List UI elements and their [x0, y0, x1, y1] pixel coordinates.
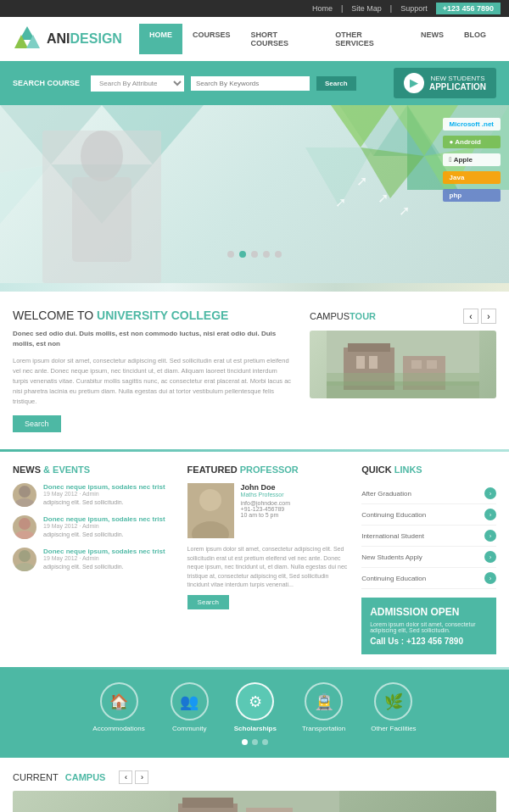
- icons-row: 🏠 Accommodations 👥 Community ⚙ Scholarsh…: [13, 682, 496, 732]
- featured-professor-column: FEATURED PROFESSOR John Doe Maths Profes…: [187, 464, 350, 654]
- svg-text:➚: ➚: [378, 191, 389, 205]
- news-title-3[interactable]: Donec neque ipsum, sodales nec trist: [43, 548, 165, 555]
- campus-tour-next[interactable]: ›: [481, 309, 496, 324]
- hero-dot-1[interactable]: [227, 251, 234, 258]
- icons-pagination-dots: [13, 739, 496, 745]
- quick-links-column: QUICK LINKS After Graduation › Continuin…: [361, 464, 496, 654]
- news-title-1[interactable]: Donec neque ipsum, sodales nec trist: [43, 483, 165, 491]
- tech-dotnet: Microsoft .net: [443, 118, 501, 131]
- quick-links-heading: QUICK LINKS: [361, 464, 496, 475]
- icons-dot-2[interactable]: [252, 739, 258, 745]
- nav-short-courses[interactable]: SHORT COURSES: [240, 24, 325, 54]
- current-campus-image: [13, 791, 496, 812]
- news-section: NEWS & EVENTS Donec neque ipsum, sodales…: [0, 452, 509, 667]
- icon-other-facilities[interactable]: 🌿 Other Facilities: [371, 682, 416, 732]
- svg-point-23: [81, 131, 123, 181]
- search-button[interactable]: Search: [316, 76, 356, 91]
- svg-point-42: [199, 489, 221, 511]
- icons-section: 🏠 Accommodations 👥 Community ⚙ Scholarsh…: [0, 670, 509, 758]
- topbar-home-link[interactable]: Home: [312, 4, 333, 13]
- professor-hours: 10 am to 5 pm: [241, 512, 290, 518]
- current-campus-info: CURRENT CAMPUS ‹›: [13, 770, 496, 812]
- icons-dot-1[interactable]: [242, 739, 248, 745]
- main-nav: HOME COURSES SHORT COURSES OTHER SERVICE…: [139, 24, 496, 54]
- logo: ANIDESIGN: [13, 25, 122, 54]
- facilities-icon: 🌿: [374, 682, 412, 720]
- topbar-sitemap-link[interactable]: Site Map: [351, 4, 382, 13]
- hero-banner: ➚ ➚ ➚ ➚ Microsoft .net ● Android  Apple…: [0, 105, 509, 283]
- nav-other-services[interactable]: OTHER SERVICES: [325, 24, 411, 54]
- quick-link-1[interactable]: After Graduation ›: [361, 483, 496, 504]
- icon-transportation[interactable]: 🚊 Transportation: [302, 682, 345, 732]
- hero-dots: [227, 251, 282, 258]
- tech-tags: Microsoft .net ● Android  Apple Java ph…: [443, 118, 501, 202]
- current-campus-heading: CURRENT CAMPUS ‹›: [13, 770, 496, 784]
- professor-phone: +91-123-456789: [241, 506, 290, 512]
- campus-tour-heading: CAMPUS TOUR ‹›: [310, 309, 496, 324]
- current-campus-section: CURRENT CAMPUS ‹›: [0, 758, 509, 812]
- new-students-label: NEW STUDENTS: [429, 75, 486, 82]
- topbar-phone: +123 456 7890: [436, 3, 501, 14]
- logo-text: ANIDESIGN: [47, 31, 122, 47]
- news-avatar-1: [13, 483, 36, 507]
- nav-courses[interactable]: COURSES: [182, 24, 241, 54]
- nav-blog[interactable]: BLOG: [454, 24, 496, 54]
- search-attribute-select[interactable]: Search By Attribute: [91, 75, 184, 92]
- admission-box: ADMISSION OPEN Lorem ipsum dolor sit ame…: [361, 598, 496, 654]
- tech-apple:  Apple: [443, 153, 501, 166]
- quick-link-4[interactable]: New Students Apply ›: [361, 547, 496, 568]
- news-item-2: Donec neque ipsum, sodales nec trist 19 …: [13, 515, 175, 539]
- hero-dot-2[interactable]: [239, 251, 246, 258]
- search-bar-section: SEARCH COURSE Search By Attribute Search…: [0, 61, 509, 105]
- top-bar: Home | Site Map | Support +123 456 7890: [0, 0, 509, 17]
- campus-image-svg: [310, 331, 496, 398]
- quick-link-5[interactable]: Continuing Education ›: [361, 568, 496, 589]
- professor-email: info@johndoe.com: [241, 500, 290, 506]
- news-meta-3: 19 May 2012 · Admin: [43, 555, 165, 561]
- welcome-search-button[interactable]: Search: [13, 415, 61, 432]
- tech-android: ● Android: [443, 136, 501, 148]
- campus-tour-image: [310, 331, 496, 398]
- app-icon: ▶: [404, 73, 424, 93]
- facilities-label: Other Facilities: [371, 725, 416, 732]
- news-desc-2: adipiscing elit. Sed sollicitudin.: [43, 531, 165, 539]
- icon-community[interactable]: 👥 Community: [171, 682, 209, 732]
- svg-point-40: [14, 563, 35, 571]
- svg-point-39: [19, 550, 31, 562]
- nav-news[interactable]: NEWS: [411, 24, 454, 54]
- news-text-2: Donec neque ipsum, sodales nec trist 19 …: [43, 515, 165, 539]
- campus-tour-prev[interactable]: ‹: [463, 309, 478, 324]
- news-desc-3: adipiscing elit. Sed sollicitudin.: [43, 563, 165, 571]
- news-title-2[interactable]: Donec neque ipsum, sodales nec trist: [43, 515, 165, 523]
- svg-rect-27: [348, 343, 390, 352]
- quick-link-3[interactable]: International Student ›: [361, 526, 496, 547]
- accommodations-icon: 🏠: [100, 682, 138, 720]
- nav-home[interactable]: HOME: [139, 24, 182, 54]
- application-label: APPLICATION: [429, 82, 486, 92]
- hero-dot-3[interactable]: [251, 251, 258, 258]
- svg-rect-31: [411, 360, 422, 369]
- icon-scholarships[interactable]: ⚙ Scholarships: [234, 682, 277, 732]
- topbar-support-link[interactable]: Support: [400, 4, 428, 13]
- icons-dot-3[interactable]: [262, 739, 268, 745]
- new-students-app-box[interactable]: ▶ NEW STUDENTS APPLICATION: [394, 68, 496, 98]
- quick-link-2[interactable]: Continuing Education ›: [361, 504, 496, 526]
- welcome-body: Lorem ipsum dolor sit amet, consectetur …: [13, 356, 293, 407]
- svg-rect-34: [327, 373, 479, 386]
- admission-phone[interactable]: Call Us : +123 456 7890: [370, 637, 488, 646]
- professor-description: Lorem ipsum dolor sit amet, consectetur …: [187, 545, 350, 590]
- hero-dot-5[interactable]: [275, 251, 282, 258]
- professor-search-button[interactable]: Search: [187, 595, 229, 609]
- svg-rect-24: [72, 177, 131, 262]
- news-meta-1: 19 May 2012 · Admin: [43, 491, 165, 497]
- professor-card: John Doe Maths Professor info@johndoe.co…: [187, 483, 350, 538]
- search-bar-title: SEARCH COURSE: [13, 79, 80, 87]
- icon-accommodations[interactable]: 🏠 Accommodations: [92, 682, 144, 732]
- news-avatar-2: [13, 515, 36, 539]
- news-item-3: Donec neque ipsum, sodales nec trist 19 …: [13, 548, 175, 571]
- quick-link-arrow-4: ›: [484, 551, 496, 563]
- campus-tour-section: CAMPUS TOUR ‹›: [310, 309, 496, 432]
- search-keyword-input[interactable]: [191, 76, 310, 91]
- welcome-content: WELCOME TO UNIVERSITY COLLEGE Donec sed …: [13, 309, 293, 432]
- hero-dot-4[interactable]: [263, 251, 270, 258]
